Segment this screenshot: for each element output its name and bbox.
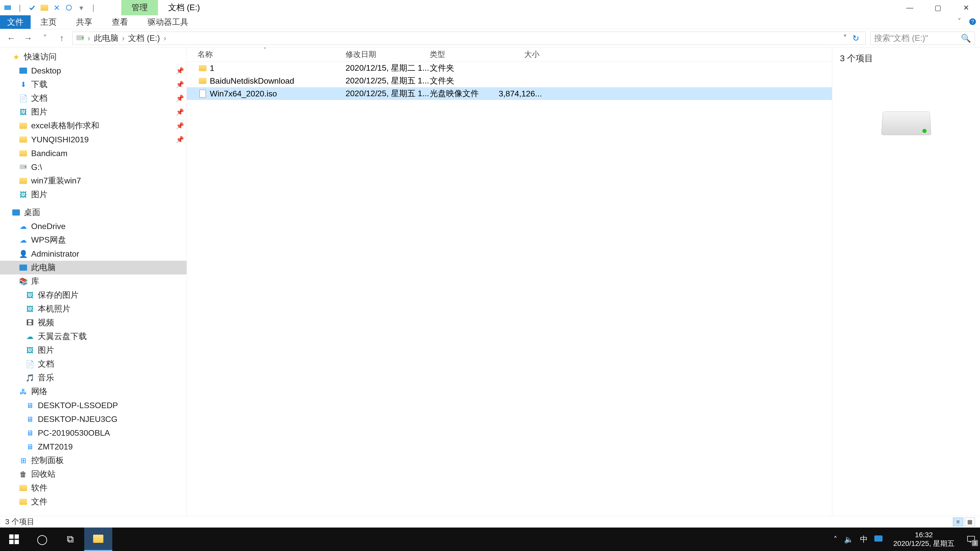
taskbar: ◯ ⧉ ˄ 🔈 中 16:32 2020/12/25, 星期五 3 <box>0 527 980 551</box>
picture-icon: 🖼 <box>19 190 27 199</box>
pin-icon: 📌 <box>176 67 184 75</box>
ribbon-tab-share[interactable]: 共享 <box>66 15 102 29</box>
ribbon-tab-view[interactable]: 查看 <box>102 15 138 29</box>
file-name: Win7x64_2020.iso <box>210 89 345 98</box>
qat-folder-icon[interactable] <box>39 3 49 13</box>
tree-desktop-item[interactable]: 👤 Administrator <box>0 247 186 261</box>
address-bar[interactable]: › 此电脑 › 文档 (E:) › ˅ ↻ <box>73 32 865 45</box>
tree-network-item[interactable]: 🖥 ZMT2019 <box>0 440 186 454</box>
tree-label: excel表格制作求和 <box>31 120 99 131</box>
tree-qa-item[interactable]: excel表格制作求和 📌 <box>0 119 186 133</box>
tree-qa-item[interactable]: YUNQISHI2019 📌 <box>0 133 186 146</box>
iso-icon <box>197 89 208 98</box>
folder-icon <box>19 484 27 492</box>
search-placeholder: 搜索"文档 (E:)" <box>874 33 928 44</box>
tree-qa-item[interactable]: 🖼 图片 📌 <box>0 105 186 119</box>
tree-qa-item[interactable]: Bandicam <box>0 146 186 160</box>
tree-label: win7重装win7 <box>31 175 81 186</box>
forward-button[interactable]: → <box>22 32 34 44</box>
qat-dropdown-icon[interactable]: ▾ <box>76 3 86 13</box>
tree-qa-item[interactable]: 📄 文档 📌 <box>0 91 186 105</box>
breadcrumb-sep[interactable]: › <box>88 33 90 43</box>
maximize-button[interactable]: ▢ <box>924 0 952 15</box>
svg-rect-11 <box>14 540 19 544</box>
file-row[interactable]: 1 2020/12/15, 星期二 1... 文件夹 <box>187 62 832 75</box>
drive-icon <box>881 111 931 135</box>
qat-delete-icon[interactable]: ✕ <box>52 3 62 13</box>
column-type[interactable]: 类型 <box>430 49 499 60</box>
breadcrumb-current[interactable]: 文档 (E:) <box>128 33 160 44</box>
start-button[interactable] <box>0 527 28 551</box>
help-icon[interactable]: ? <box>968 17 977 26</box>
tree-qa-item[interactable]: Desktop 📌 <box>0 64 186 78</box>
svg-point-7 <box>25 166 26 168</box>
breadcrumb-this-pc[interactable]: 此电脑 <box>94 33 118 44</box>
context-tab-manage[interactable]: 管理 <box>121 0 158 15</box>
up-button[interactable]: ↑ <box>56 32 68 44</box>
tree-desktop-item[interactable]: ☁ OneDrive <box>0 219 186 233</box>
tree-library-item[interactable]: 🎵 音乐 <box>0 371 186 385</box>
navigation-tree[interactable]: 快速访问 Desktop 📌 ⬇ 下载 📌 📄 文档 📌 🖼 图片 📌 exce… <box>0 48 187 516</box>
ribbon-tab-home[interactable]: 主页 <box>30 15 66 29</box>
tree-library-item[interactable]: 📄 文档 <box>0 357 186 371</box>
breadcrumb-sep[interactable]: › <box>122 33 125 43</box>
close-button[interactable]: ✕ <box>952 0 980 15</box>
search-button[interactable]: ◯ <box>28 527 56 551</box>
tree-qa-item[interactable]: ⬇ 下载 📌 <box>0 78 186 91</box>
tree-network-item[interactable]: 🖥 PC-20190530OBLA <box>0 426 186 440</box>
tree-label: OneDrive <box>31 222 65 231</box>
ribbon-tab-drive-tools[interactable]: 驱动器工具 <box>138 15 198 29</box>
minimize-button[interactable]: — <box>896 0 924 15</box>
volume-icon[interactable]: 🔈 <box>844 535 853 544</box>
details-view-button[interactable]: ≡ <box>953 518 963 526</box>
tree-library-item[interactable]: 🖼 本机照片 <box>0 302 186 316</box>
recent-dropdown-icon[interactable]: ˅ <box>39 32 51 44</box>
ime-indicator[interactable]: 中 <box>860 534 868 545</box>
tree-label: Bandicam <box>31 149 67 158</box>
ribbon-file-tab[interactable]: 文件 <box>0 15 30 29</box>
file-row[interactable]: BaiduNetdiskDownload 2020/12/25, 星期五 1..… <box>187 75 832 87</box>
tree-qa-item[interactable]: G:\ <box>0 160 186 174</box>
tree-quick-access[interactable]: 快速访问 <box>0 50 186 64</box>
taskbar-clock[interactable]: 16:32 2020/12/25, 星期五 <box>889 530 959 548</box>
column-name[interactable]: 名称 <box>197 49 345 60</box>
file-row[interactable]: Win7x64_2020.iso 2020/12/25, 星期五 1... 光盘… <box>187 87 832 100</box>
tree-library-item[interactable]: 🎞 视频 <box>0 316 186 330</box>
refresh-icon[interactable]: ↻ <box>850 33 862 43</box>
breadcrumb-sep[interactable]: › <box>164 33 166 43</box>
back-button[interactable]: ← <box>5 32 18 44</box>
qat-check-icon[interactable] <box>27 3 37 13</box>
tree-recycle-bin[interactable]: 🗑 回收站 <box>0 467 186 481</box>
tree-qa-item[interactable]: win7重装win7 <box>0 174 186 188</box>
icons-view-button[interactable]: ▦ <box>965 518 975 526</box>
ribbon-expand-icon[interactable]: ˅ <box>955 17 964 26</box>
tree-desktop-item[interactable]: 📚 库 <box>0 275 186 288</box>
explorer-taskbar-button[interactable] <box>84 527 112 551</box>
tree-network-item[interactable]: 🖥 DESKTOP-NJEU3CG <box>0 412 186 426</box>
tree-network-item[interactable]: 🖥 DESKTOP-LSSOEDP <box>0 399 186 412</box>
qat-properties-icon[interactable] <box>64 3 74 13</box>
tree-desktop[interactable]: 桌面 <box>0 206 186 219</box>
tree-library-item[interactable]: 🖼 保存的图片 <box>0 288 186 302</box>
ribbon-help-area: ˅ ? <box>955 17 977 26</box>
tree-desktop-item[interactable]: 此电脑 <box>0 261 186 275</box>
tree-files[interactable]: 文件 <box>0 495 186 509</box>
tree-library-item[interactable]: 🖼 图片 <box>0 343 186 357</box>
search-box[interactable]: 搜索"文档 (E:)" 🔍 <box>870 32 975 45</box>
tree-software[interactable]: 软件 <box>0 481 186 495</box>
tray-overflow-icon[interactable]: ˄ <box>834 535 837 544</box>
tray-app-icon[interactable] <box>874 534 883 545</box>
notification-badge: 3 <box>972 540 978 546</box>
tree-control-panel[interactable]: ⊞ 控制面板 <box>0 454 186 467</box>
address-dropdown-icon[interactable]: ˅ <box>843 33 847 43</box>
column-date[interactable]: 修改日期 <box>345 49 430 60</box>
search-icon[interactable]: 🔍 <box>961 33 971 43</box>
app-icon[interactable] <box>3 3 13 13</box>
tree-network[interactable]: 🖧 网络 <box>0 385 186 399</box>
tree-qa-item[interactable]: 🖼 图片 <box>0 188 186 202</box>
action-center-button[interactable]: 3 <box>965 534 977 545</box>
task-view-button[interactable]: ⧉ <box>56 527 84 551</box>
column-size[interactable]: 大小 <box>499 49 539 60</box>
tree-desktop-item[interactable]: ☁ WPS网盘 <box>0 233 186 247</box>
tree-library-item[interactable]: ☁ 天翼云盘下载 <box>0 330 186 343</box>
